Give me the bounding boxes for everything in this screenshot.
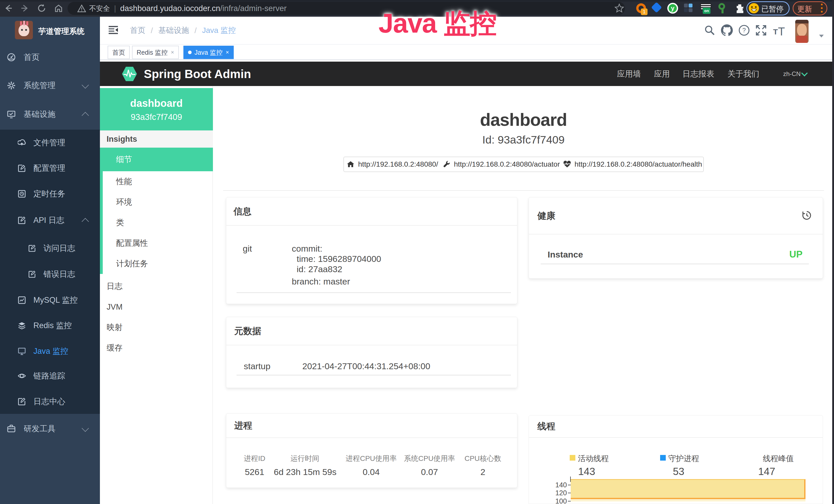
svg-text:T: T xyxy=(773,27,778,36)
svg-text:?: ? xyxy=(742,27,746,33)
svg-text:T: T xyxy=(778,25,785,36)
